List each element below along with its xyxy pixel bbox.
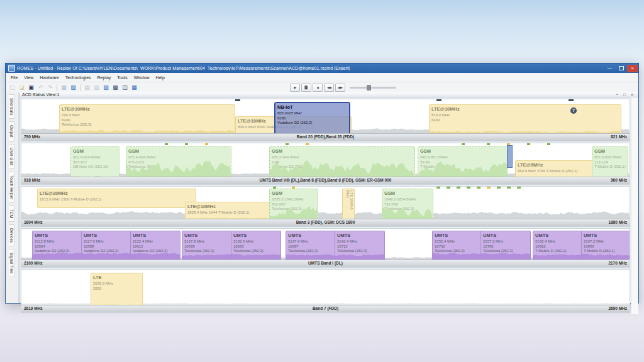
carrier-block-lte-narrow[interactable]: LTE 1845.0 MHz — [342, 189, 355, 219]
carrier-block-umts[interactable]: UMTS 2152.4 MHz 10762 Telefonica (262,3) — [432, 231, 482, 260]
marker-tick — [447, 187, 450, 189]
sidebar-tab-user-grid[interactable]: User Grid — [9, 144, 15, 169]
forward-button[interactable]: ▶▶ — [335, 84, 345, 92]
menu-file[interactable]: File — [8, 75, 21, 80]
carrier-block-lte[interactable]: LTE@10MHz 816.0 MHz 6400 — [429, 104, 621, 133]
pause-button[interactable]: ▌▌ — [301, 84, 311, 92]
carrier-block-lte[interactable]: LTE@20MHz 1815.0 MHz 1300 T-Mobile D (26… — [37, 189, 196, 208]
menu-replay[interactable]: Replay — [94, 75, 114, 80]
carrier-block-nbiot-selected[interactable]: NB-IoT 805.0025 MHz 6290 Vodafone D2 (26… — [275, 102, 350, 133]
band-label: Band 7 (FDD) — [21, 306, 630, 310]
carrier-block-umts[interactable]: UMTS 2122.4 MHz 10612 Vodafone D2 (262,2… — [130, 231, 180, 260]
view-minimize-button[interactable]: − — [613, 92, 621, 97]
main-area: Shortcuts Output User Grid Touch Helper … — [6, 92, 638, 303]
carrier-block-umts[interactable]: UMTS 2167.2 MHz 10836 T-Mobile D (262,1) — [581, 231, 630, 260]
window-title: ROMES - Untitled - Replay Of C:\Users\HY… — [17, 66, 604, 70]
sidebar-tab-devices[interactable]: Devices — [9, 224, 15, 246]
play-button[interactable]: ▶ — [290, 84, 300, 92]
carrier-block-umts[interactable]: UMTS 2157.2 MHz 10786 Telefonica (262,3) — [480, 231, 531, 260]
slider-knob[interactable] — [367, 85, 371, 90]
message-view-icon[interactable]: ▥ — [92, 84, 101, 91]
sidebar-tab-output[interactable]: Output — [9, 121, 15, 141]
chart-view-icon[interactable]: ▨ — [102, 84, 110, 91]
carrier-block-gsm[interactable]: GSM 1835.2-1840.2MHz 662-687 Telefonica … — [269, 189, 318, 219]
title-bar[interactable]: ROMES - Untitled - Replay Of C:\Users\HY… — [6, 63, 638, 73]
marker-tick — [467, 187, 470, 189]
sidebar-tab-signal-tree[interactable]: Signal Tree — [9, 249, 15, 277]
carrier-block-umts[interactable]: UMTS 2117.6 MHz 10588 Vodafone D2 (262,2… — [81, 231, 131, 260]
sidebar-tab-touch-helper[interactable]: Touch Helper — [9, 172, 15, 203]
view-title-bar[interactable]: ACD Status View:1 − □ × — [19, 92, 638, 97]
save-icon[interactable]: ▣ — [27, 84, 35, 91]
band8-plot: GSM 921.6-924.6MHz 957-972 DB Netz AG (2… — [21, 143, 630, 177]
carrier-block-umts[interactable]: UMTS 2137.4 MHz 10687 Telefonica (262,3) — [286, 231, 336, 260]
band-row-band7: LTE 2630.0 MHz 2850 2619 MHz Band 7 (FDD… — [21, 269, 630, 313]
carrier-block-lte[interactable]: LTE@10MHz 796.0 MHz 6200 Telefonica (262… — [59, 104, 235, 133]
alphanumeric-view-icon[interactable]: ▤ — [83, 84, 91, 91]
carrier-block-gsm[interactable]: GSM 1849.2-1854.8MHz 732-760 Telefonica … — [382, 189, 433, 219]
sidebar-tab-tcm[interactable]: TCM — [9, 206, 15, 222]
carrier-block-umts[interactable]: UMTS 2112.8 MHz 10564 Vodafone D2 (262,2… — [32, 231, 82, 260]
menu-view[interactable]: View — [21, 75, 36, 80]
band3-plot: LTE@20MHz 1815.0 MHz 1300 T-Mobile D (26… — [21, 187, 630, 219]
marker-tick — [185, 143, 188, 145]
map-view-icon[interactable]: ▧ — [69, 84, 77, 91]
freq-label-right: 2690 MHz — [608, 306, 627, 310]
carrier-block-gsm[interactable]: GSM 921.6-924.6MHz 957-972 DB Netz AG (2… — [70, 146, 119, 177]
freq-label-right: 960 MHz — [611, 178, 627, 182]
carrier-block-umts[interactable]: UMTS 2127.8 MHz 10639 Telefonica (262,3) — [182, 231, 232, 260]
marker-tick — [547, 143, 550, 145]
menu-window[interactable]: Window — [131, 75, 153, 80]
carrier-block-gsm[interactable]: GSM 935.2-944.8MHz 1-49 Vodafone D2 (262… — [269, 146, 415, 177]
replay-speed-slider[interactable] — [350, 87, 396, 89]
carrier-block-umts[interactable]: UMTS 2162.4 MHz 10812 T-Mobile D (262,1) — [533, 231, 583, 260]
band8-footer: 918 MHz UMTS Band VIII (DL),Band 8 (FDD)… — [21, 177, 630, 184]
marker-tick — [292, 187, 295, 189]
menu-hardware[interactable]: Hardware — [36, 75, 62, 80]
spectrum-trace — [60, 127, 235, 133]
grid-view-icon[interactable]: ▦ — [130, 84, 138, 91]
toolbar-separator — [57, 84, 57, 91]
band20-footer: 790 MHz Band 20 (FDD),Band 20 (FDD) 821 … — [21, 133, 630, 141]
menu-help[interactable]: Help — [153, 75, 168, 80]
signal-tree-view-icon[interactable]: ▩ — [111, 84, 119, 91]
nbiot-marker-bar[interactable] — [507, 145, 513, 168]
view-maximize-button[interactable]: □ — [621, 92, 628, 97]
carrier-block-gsm[interactable]: GSM 957.6-959.8MHz 113-124 T-Mobile D (2… — [592, 146, 628, 177]
redo-icon[interactable]: ↷ — [46, 84, 54, 91]
carrier-block-umts[interactable]: UMTS 2132.6 MHz 10663 Telefonica (262,3) — [231, 231, 281, 260]
new-file-icon[interactable]: ▢ — [8, 84, 16, 91]
carrier-block-gsm[interactable]: GSM 925.4-934.8MHz 976-1023 Telefonica (… — [126, 146, 231, 177]
help-icon[interactable]: ? — [570, 107, 577, 114]
maximize-button[interactable] — [616, 65, 626, 72]
minimize-button[interactable]: — — [604, 65, 615, 72]
freq-label-right: 2170 MHz — [608, 261, 627, 265]
carrier-block-lte[interactable]: LTE 2630.0 MHz 2850 — [91, 273, 143, 305]
band-label: UMTS Band VIII (DL),Band 8 (FDD),Band 8 … — [21, 178, 630, 182]
menu-tools[interactable]: Tools — [114, 75, 130, 80]
stop-button[interactable]: ■ — [313, 84, 323, 92]
marker-tick — [517, 187, 521, 189]
menu-bar: File View Hardware Technologies Replay T… — [6, 73, 638, 82]
carrier-block-umts[interactable]: UMTS 2142.4 MHz 10712 Telefonica (262,3) — [335, 231, 385, 260]
sidebar-tab-shortcuts[interactable]: Shortcuts — [9, 94, 15, 119]
view-close-button[interactable]: × — [628, 92, 636, 97]
romes-window: ROMES - Untitled - Replay Of C:\Users\HY… — [5, 63, 639, 304]
umts-band1-plot: UMTS 2112.8 MHz 10564 Vodafone D2 (262,2… — [21, 229, 630, 260]
marker-tick — [235, 99, 240, 101]
view-content: LTE@10MHz 796.0 MHz 6200 Telefonica (262… — [19, 97, 638, 314]
rewind-button[interactable]: ◀◀ — [324, 84, 334, 92]
carrier-block-lte[interactable]: LTE@5MHz 954.9 MHz 3749 T-Mobile D (262,… — [515, 160, 594, 177]
workspace-icon[interactable]: ▦ — [60, 84, 68, 91]
open-icon[interactable]: ◪ — [18, 84, 26, 91]
acd-view-icon[interactable]: ◫ — [121, 84, 129, 91]
carrier-block-gsm[interactable]: GSM 945.6-951.6MHz 53-83 T-Mobile D (262… — [418, 146, 508, 177]
vertical-scrollbar[interactable] — [631, 97, 638, 314]
view-title: ACD Status View:1 — [22, 92, 59, 97]
close-button[interactable]: × — [627, 65, 638, 72]
desktop: ROMES - Untitled - Replay Of C:\Users\HY… — [0, 0, 644, 362]
menu-technologies[interactable]: Technologies — [62, 75, 94, 80]
undo-icon[interactable]: ↶ — [36, 84, 45, 91]
band-label: Band 20 (FDD),Band 20 (FDD) — [21, 134, 630, 139]
marker-tick — [306, 143, 309, 145]
